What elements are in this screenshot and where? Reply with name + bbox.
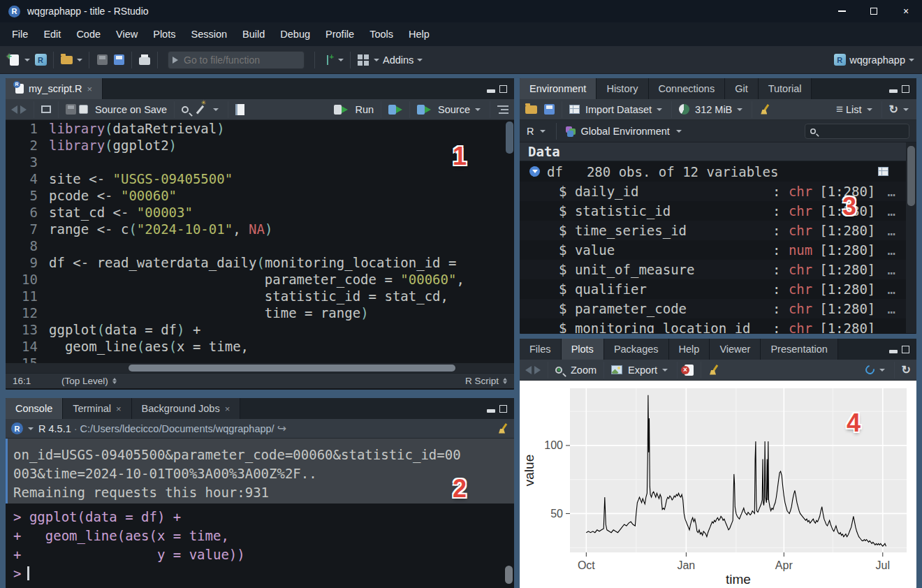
file-type-selector[interactable]: R Script xyxy=(465,376,499,386)
forward-icon[interactable] xyxy=(20,105,27,114)
scope-indicator[interactable]: (Top Level) xyxy=(61,376,108,386)
tab-history[interactable]: History xyxy=(597,78,648,99)
clear-environment-icon[interactable] xyxy=(759,104,770,115)
tab-git[interactable]: Git xyxy=(725,78,759,99)
environment-search-input[interactable] xyxy=(821,126,891,136)
environment-field-row[interactable]: $ value: num[1:280]… xyxy=(520,240,916,260)
menu-session[interactable]: Session xyxy=(183,24,235,44)
code-editor[interactable]: 1library(dataRetrieval)2library(ggplot2)… xyxy=(6,120,514,363)
tab-console[interactable]: Console xyxy=(6,398,63,419)
goto-file-input[interactable] xyxy=(184,54,295,66)
publish-icon[interactable] xyxy=(863,363,876,376)
source-dropdown-icon[interactable] xyxy=(475,108,481,111)
maximize-pane-icon[interactable] xyxy=(902,346,909,353)
new-file-button[interactable]: + xyxy=(6,52,22,68)
source-button[interactable]: Source xyxy=(438,104,470,115)
tab-tutorial[interactable]: Tutorial xyxy=(759,78,812,99)
new-project-button[interactable]: R xyxy=(32,52,49,68)
compile-report-icon[interactable] xyxy=(235,104,244,115)
tab-presentation[interactable]: Presentation xyxy=(761,339,837,360)
document-outline-icon[interactable] xyxy=(497,105,508,114)
export-dropdown-icon[interactable] xyxy=(662,369,668,372)
list-dropdown-icon[interactable] xyxy=(867,108,872,111)
environment-field-row[interactable]: $ monitoring_location_id: chr[1:280] xyxy=(520,318,916,333)
memory-dropdown-icon[interactable] xyxy=(737,108,742,111)
console-output[interactable]: on_id=USGS-09405500&parameter_code=00060… xyxy=(6,439,514,588)
open-new-window-icon[interactable] xyxy=(41,105,51,113)
clear-all-plots-icon[interactable] xyxy=(708,365,719,376)
goto-file-box[interactable] xyxy=(168,51,305,69)
menu-tools[interactable]: Tools xyxy=(362,24,401,44)
tab-viewer[interactable]: Viewer xyxy=(710,339,761,360)
console-r-dropdown-icon[interactable] xyxy=(28,427,34,430)
save-all-button[interactable] xyxy=(110,52,127,68)
tab-terminal[interactable]: Terminal× xyxy=(63,398,131,419)
goto-directory-icon[interactable]: ↪ xyxy=(277,422,286,435)
close-tab-icon[interactable]: × xyxy=(116,404,122,414)
maximize-button[interactable] xyxy=(858,0,890,22)
environment-search-box[interactable] xyxy=(805,124,909,139)
language-selector[interactable]: R xyxy=(527,126,534,137)
environment-field-row[interactable]: $ time_series_id: chr[1:280]… xyxy=(520,221,916,240)
menu-help[interactable]: Help xyxy=(401,24,437,44)
menu-edit[interactable]: Edit xyxy=(36,24,68,44)
rerun-arrow-icon[interactable] xyxy=(396,106,402,113)
project-dropdown-icon[interactable] xyxy=(909,59,914,61)
panes-dropdown-icon[interactable] xyxy=(374,59,379,61)
addins-dropdown-icon[interactable] xyxy=(417,59,423,61)
environment-field-row[interactable]: $ unit_of_measure: chr[1:280]… xyxy=(520,260,916,279)
environment-field-row[interactable]: $ daily_id: chr[1:280]… xyxy=(520,182,916,201)
close-tab-icon[interactable]: × xyxy=(87,84,93,94)
memory-usage-button[interactable]: 312 MiB xyxy=(695,104,732,115)
filetype-updown-icon[interactable] xyxy=(503,378,507,384)
publish-dropdown-icon[interactable] xyxy=(879,369,885,372)
clear-console-icon[interactable] xyxy=(497,423,508,434)
maximize-pane-icon[interactable] xyxy=(902,85,909,93)
import-dropdown-icon[interactable] xyxy=(657,108,662,111)
maximize-pane-icon[interactable] xyxy=(499,85,507,93)
back-icon[interactable] xyxy=(11,105,17,114)
environment-dropdown-icon[interactable] xyxy=(676,130,682,133)
save-button[interactable] xyxy=(94,52,110,68)
open-file-button[interactable] xyxy=(58,52,75,68)
environment-field-row[interactable]: $ statistic_id: chr[1:280]… xyxy=(520,201,916,221)
console-prompt[interactable]: > xyxy=(6,564,514,583)
language-dropdown-icon[interactable] xyxy=(540,130,546,133)
menu-build[interactable]: Build xyxy=(235,24,272,44)
zoom-plot-button[interactable]: Zoom xyxy=(571,365,597,376)
editor-vertical-scrollbar[interactable] xyxy=(506,122,513,154)
save-script-icon[interactable] xyxy=(66,104,76,115)
refresh-dropdown-icon[interactable] xyxy=(903,108,909,111)
minimize-pane-icon[interactable] xyxy=(487,409,495,413)
code-tools-dropdown-icon[interactable] xyxy=(213,108,219,111)
version-control-dropdown-icon[interactable] xyxy=(338,59,344,61)
menu-file[interactable]: File xyxy=(4,24,36,44)
version-control-button[interactable] xyxy=(319,52,336,68)
addins-button[interactable]: Addins xyxy=(383,54,414,66)
close-button[interactable]: × xyxy=(890,0,922,22)
menu-debug[interactable]: Debug xyxy=(272,24,318,44)
project-menu-button[interactable]: wqgraphapp xyxy=(849,54,905,66)
scope-updown-icon[interactable] xyxy=(112,378,117,384)
workspace-panes-button[interactable] xyxy=(355,52,372,68)
tab-packages[interactable]: Packages xyxy=(604,339,669,360)
expand-df-icon[interactable] xyxy=(529,166,540,177)
find-replace-icon[interactable] xyxy=(182,106,189,113)
editor-horizontal-scrollbar[interactable] xyxy=(6,363,514,373)
print-button[interactable] xyxy=(136,52,153,68)
save-workspace-icon[interactable] xyxy=(544,104,555,115)
load-workspace-icon[interactable] xyxy=(525,105,537,114)
refresh-plot-icon[interactable]: ↻ xyxy=(902,363,911,376)
run-button[interactable]: Run xyxy=(355,104,374,115)
import-dataset-button[interactable]: Import Dataset xyxy=(585,104,652,115)
console-scrollbar[interactable] xyxy=(505,566,513,584)
tab-background-jobs[interactable]: Background Jobs× xyxy=(132,398,241,419)
menu-view[interactable]: View xyxy=(108,24,145,44)
export-plot-button[interactable]: Export xyxy=(628,365,657,376)
code-tools-button[interactable] xyxy=(191,101,208,118)
minimize-pane-icon[interactable] xyxy=(889,350,898,353)
menu-plots[interactable]: Plots xyxy=(145,24,183,44)
refresh-environment-icon[interactable]: ↻ xyxy=(889,103,898,116)
tab-plots[interactable]: Plots xyxy=(562,339,604,360)
environment-field-row[interactable]: $ qualifier: chr[1:280]… xyxy=(520,279,916,299)
